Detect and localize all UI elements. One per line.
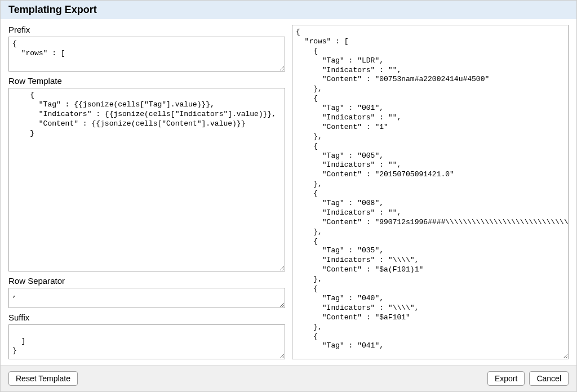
suffix-label: Suffix (8, 313, 285, 322)
reset-template-button[interactable]: Reset Template (8, 371, 78, 386)
preview-pane: { "rows" : [ { "Tag" : "LDR", "Indicator… (292, 25, 569, 359)
row-separator-label: Row Separator (8, 276, 285, 286)
suffix-textarea[interactable] (8, 324, 285, 359)
template-form: Prefix Row Template Row Separator Suffix (8, 25, 285, 359)
templating-export-dialog: Templating Export Prefix Row Template Ro… (0, 0, 577, 392)
dialog-footer: Reset Template Export Cancel (1, 365, 576, 391)
dialog-title: Templating Export (1, 1, 576, 19)
row-separator-textarea[interactable] (8, 288, 285, 308)
preview-output[interactable]: { "rows" : [ { "Tag" : "LDR", "Indicator… (292, 25, 569, 359)
export-button[interactable]: Export (487, 371, 525, 386)
row-template-label: Row Template (8, 76, 285, 86)
cancel-button[interactable]: Cancel (529, 371, 569, 386)
prefix-textarea[interactable] (8, 37, 285, 72)
row-template-textarea[interactable] (8, 88, 285, 271)
prefix-label: Prefix (8, 25, 285, 34)
dialog-content: Prefix Row Template Row Separator Suffix… (1, 19, 576, 365)
